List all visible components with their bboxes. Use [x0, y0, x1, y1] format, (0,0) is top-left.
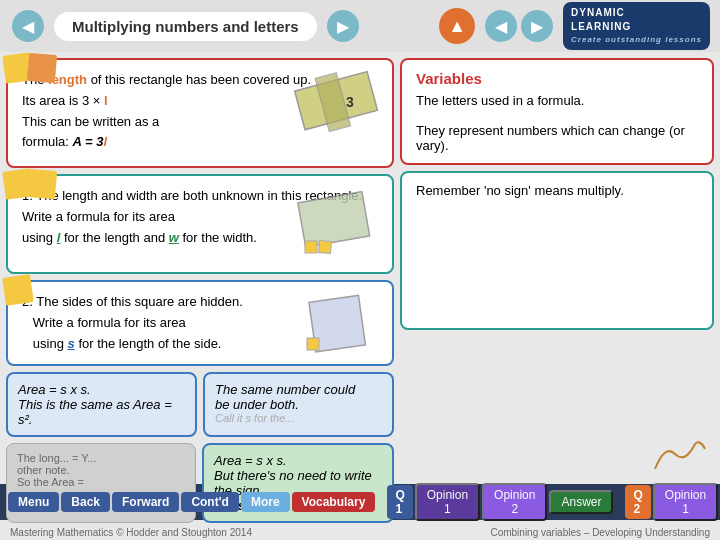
q1-opinion1-button[interactable]: Opinion 1 — [415, 483, 480, 521]
svg-rect-7 — [307, 338, 319, 350]
formula-box-2: The same number could be under both. Cal… — [203, 372, 394, 437]
logo-line2: LEARNING — [571, 20, 702, 34]
intro-box: The length of this rectangle has been co… — [6, 58, 394, 168]
intro-text-2: of this rectangle has been covered up. — [87, 72, 311, 87]
prev-arrow[interactable]: ◀ — [12, 10, 44, 42]
logo-line1: DYNAMIC — [571, 6, 702, 20]
header-right-nav: ◀ ▶ — [483, 10, 555, 42]
forward-button[interactable]: Forward — [112, 492, 179, 512]
right-next-arrow[interactable]: ▶ — [521, 10, 553, 42]
contd-button[interactable]: Cont'd — [181, 492, 239, 512]
next-arrow[interactable]: ▶ — [327, 10, 359, 42]
p1-using: using — [22, 230, 57, 245]
credit-left: Mastering Mathematics © Hodder and Stoug… — [10, 527, 252, 538]
q1-opinion2-button[interactable]: Opinion 2 — [482, 483, 547, 521]
p2-using: using — [22, 336, 68, 351]
right-prev-arrow[interactable]: ◀ — [485, 10, 517, 42]
formula-3-line1: The long... = Y... — [17, 452, 185, 464]
formula-1-line2: This is the same as Area = s². — [18, 397, 185, 427]
intro-area-text: Its area is 3 × — [22, 93, 104, 108]
credit-bar: Mastering Mathematics © Hodder and Stoug… — [0, 525, 720, 540]
variables-box: Variables The letters used in a formula.… — [400, 58, 714, 165]
intro-formula-l: l — [104, 134, 108, 149]
left-column: The length of this rectangle has been co… — [0, 52, 400, 484]
problem-2-box: 2. The sides of this square are hidden. … — [6, 280, 394, 366]
problem-1-box: 1. The length and width are both unknown… — [6, 174, 394, 274]
variables-title: Variables — [416, 70, 698, 87]
rectangle-sketch: 3 — [294, 65, 384, 143]
remember-box: Remember 'no sign' means multiply. — [400, 171, 714, 330]
formula-2-line2: be under both. — [215, 397, 382, 412]
sticky-note-5 — [2, 274, 34, 306]
remember-text: Remember 'no sign' means multiply. — [416, 183, 698, 198]
right-column: Variables The letters used in a formula.… — [400, 52, 720, 484]
svg-text:3: 3 — [346, 94, 354, 110]
signature-area — [400, 336, 714, 479]
intro-formula-label: formula: — [22, 134, 73, 149]
more-button[interactable]: More — [241, 492, 290, 512]
q1-label: Q 1 — [387, 485, 412, 519]
q1-answer-button[interactable]: Answer — [549, 490, 613, 514]
formula-4-line1: Area = s x s. — [214, 453, 382, 468]
p1-w: w — [169, 230, 179, 245]
p2-for: for the length of the side. — [75, 336, 222, 351]
variables-text2: They represent numbers which can change … — [416, 123, 698, 153]
intro-formula-val: A = 3 — [73, 134, 104, 149]
intro-written-text: This can be written as a — [22, 114, 159, 129]
signature-svg — [650, 434, 710, 474]
formula-3-line2: other note. — [17, 464, 185, 476]
formula-row-1: Area = s x s. This is the same as Area =… — [6, 372, 394, 437]
p2-s: s — [68, 336, 75, 351]
intro-l: l — [104, 93, 108, 108]
p1-sketch — [297, 186, 382, 264]
page-title: Multiplying numbers and letters — [54, 12, 317, 41]
header: ◀ Multiplying numbers and letters ▶ ▲ ◀ … — [0, 0, 720, 52]
sticky-note-4 — [27, 169, 57, 199]
logo-tagline: Create outstanding lessons — [571, 34, 702, 45]
formula-2-line3: Call it s for the... — [215, 412, 382, 424]
formula-box-1: Area = s x s. This is the same as Area =… — [6, 372, 197, 437]
svg-rect-3 — [298, 192, 370, 248]
q2-label: Q 2 — [625, 485, 650, 519]
p1-for-width: for the width. — [179, 230, 257, 245]
formula-2-line1: The same number could — [215, 382, 382, 397]
svg-rect-4 — [305, 241, 317, 253]
svg-rect-5 — [318, 240, 331, 253]
center-icon: ▲ — [439, 8, 475, 44]
formula-3-line3: So the Area = — [17, 476, 185, 488]
menu-button[interactable]: Menu — [8, 492, 59, 512]
sticky-note-2 — [27, 53, 57, 83]
logo: DYNAMIC LEARNING Create outstanding less… — [563, 2, 710, 49]
p2-write: Write a formula for its area — [22, 315, 186, 330]
p2-text: 2. The sides of this square are hidden. — [22, 294, 243, 309]
back-button[interactable]: Back — [61, 492, 110, 512]
main-content: The length of this rectangle has been co… — [0, 52, 720, 484]
p1-write: Write a formula for its area — [22, 209, 175, 224]
formula-1-line1: Area = s x s. — [18, 382, 185, 397]
credit-right: Combining variables – Developing Underst… — [490, 527, 710, 538]
q2-opinion1-button[interactable]: Opinion 1 — [653, 483, 718, 521]
p2-sketch — [302, 290, 382, 358]
p1-for: for the length and — [60, 230, 168, 245]
vocabulary-button[interactable]: Vocabulary — [292, 492, 376, 512]
variables-text1: The letters used in a formula. — [416, 93, 698, 108]
